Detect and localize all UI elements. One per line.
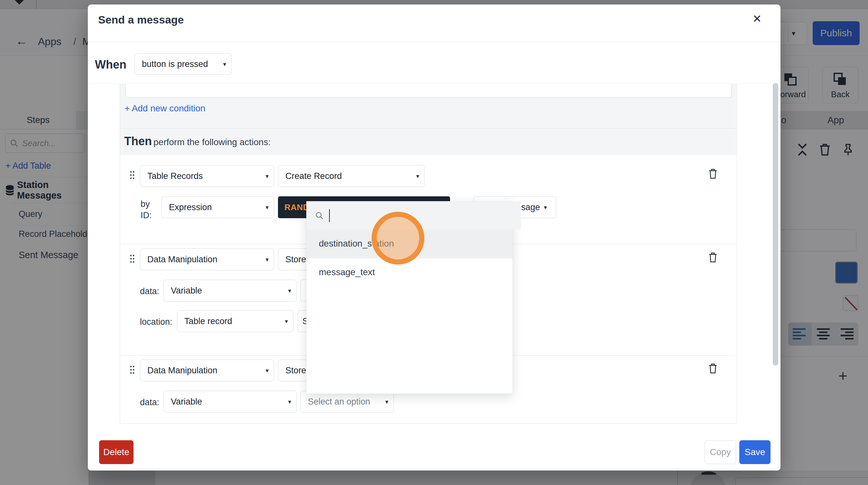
chevron-down-icon: ▾ — [544, 204, 547, 211]
action1-mode-dropdown[interactable]: Expression ▾ — [161, 196, 274, 218]
action3-data-target-value: Select an option — [308, 397, 370, 407]
then-label: Then — [124, 134, 152, 148]
action1-source-value: Table Records — [147, 171, 203, 181]
action1-operation-value: Create Record — [285, 171, 342, 181]
popup-option-message-text[interactable]: message_text — [307, 258, 513, 286]
by-id-label: by ID: — [141, 199, 160, 221]
text-cursor — [329, 209, 330, 222]
modal-title: Send a message — [98, 13, 184, 26]
delete-action-icon[interactable] — [708, 168, 718, 179]
delete-action-icon[interactable] — [708, 363, 718, 374]
action3-data-dropdown[interactable]: Variable ▾ — [163, 391, 297, 413]
action2-operation-value: Store — [285, 254, 306, 265]
location-label: location: — [140, 317, 173, 327]
action1-source-dropdown[interactable]: Table Records ▾ — [140, 165, 274, 187]
chevron-down-icon: ▾ — [266, 256, 269, 263]
divider — [88, 42, 780, 42]
chevron-down-icon: ▾ — [285, 317, 288, 325]
save-button[interactable]: Save — [739, 440, 771, 464]
add-condition-link[interactable]: + Add new condition — [125, 103, 205, 114]
click-indicator — [372, 212, 424, 265]
chevron-down-icon: ▾ — [416, 173, 419, 180]
action2-location-value: Table record — [184, 316, 232, 326]
data-label: data: — [140, 286, 159, 296]
send-message-modal: Send a message ✕ When button is pressed … — [88, 4, 780, 471]
chevron-down-icon: ▾ — [288, 287, 291, 295]
action2-source-dropdown[interactable]: Data Manipulation ▾ — [140, 248, 274, 270]
close-icon[interactable]: ✕ — [752, 12, 762, 25]
then-description: perform the following actions: — [153, 137, 271, 147]
action3-source-value: Data Manipulation — [147, 366, 217, 375]
copy-button[interactable]: Copy — [705, 440, 736, 464]
drag-handle-icon[interactable] — [130, 254, 135, 263]
chevron-down-icon: ▾ — [266, 367, 269, 374]
when-trigger-value: button is pressed — [142, 59, 208, 69]
action2-location-dropdown[interactable]: Table record ▾ — [177, 310, 293, 332]
condition-row-partial — [125, 84, 732, 97]
app-screen: ← Apps / M ▾ Publish + Add ▾ Steps Searc… — [0, 0, 868, 485]
drag-handle-icon[interactable] — [130, 365, 135, 374]
modal-scrollbar[interactable] — [773, 83, 778, 366]
chevron-down-icon: ▾ — [223, 61, 226, 68]
action3-operation-value: Store — [285, 366, 306, 375]
action2-data-dropdown[interactable]: Variable ▾ — [163, 280, 297, 302]
when-trigger-dropdown[interactable]: button is pressed ▾ — [134, 54, 231, 75]
action1-operation-dropdown[interactable]: Create Record ▾ — [278, 165, 425, 187]
delete-button[interactable]: Delete — [99, 440, 133, 464]
data-label: data: — [140, 397, 159, 407]
chevron-down-icon: ▾ — [288, 398, 291, 405]
drag-handle-icon[interactable] — [130, 171, 135, 180]
action3-data-value: Variable — [171, 397, 202, 407]
when-label: When — [95, 58, 126, 71]
action1-mode-value: Expression — [169, 203, 212, 212]
then-section: Then perform the following actions: — [120, 129, 736, 155]
action2-source-value: Data Manipulation — [147, 254, 217, 265]
chevron-down-icon: ▾ — [266, 204, 269, 211]
search-icon — [315, 211, 324, 220]
chevron-down-icon: ▾ — [266, 173, 269, 180]
delete-action-icon[interactable] — [708, 252, 718, 263]
chevron-down-icon: ▾ — [385, 398, 388, 405]
action3-data-target-dropdown[interactable]: Select an option ▾ — [301, 391, 394, 413]
action2-data-value: Variable — [171, 286, 202, 296]
action3-source-dropdown[interactable]: Data Manipulation ▾ — [140, 360, 274, 382]
